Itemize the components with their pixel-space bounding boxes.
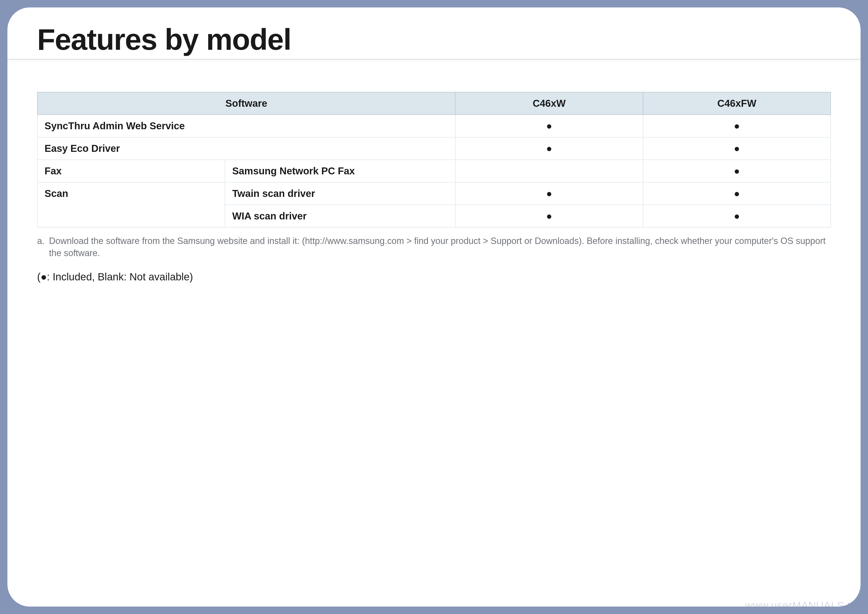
header-software: Software xyxy=(37,92,455,115)
feature-mark-c46xw: ● xyxy=(455,115,643,137)
table-row: Fax Samsung Network PC Fax ● xyxy=(37,160,831,182)
feature-name: SyncThru Admin Web Service xyxy=(37,115,455,137)
table-row: Easy Eco Driver ● ● xyxy=(37,137,831,160)
feature-category: Scan xyxy=(37,182,225,227)
table-header-row: Software C46xW C46xFW xyxy=(37,92,831,115)
footnote-marker: a. xyxy=(37,235,49,247)
feature-name: WIA scan driver xyxy=(225,205,455,227)
page-title: Features by model xyxy=(37,22,831,59)
title-divider xyxy=(8,59,860,60)
feature-mark-c46xw: ● xyxy=(455,137,643,160)
features-table: Software C46xW C46xFW SyncThru Admin Web… xyxy=(37,92,831,228)
feature-mark-c46xfw: ● xyxy=(643,205,831,227)
page-content: Features by model Software C46xW C46xFW … xyxy=(8,8,860,298)
page-frame: Features by model Software C46xW C46xFW … xyxy=(8,8,860,606)
feature-mark-c46xfw: ● xyxy=(643,160,831,182)
feature-mark-c46xw: ● xyxy=(455,205,643,227)
feature-category: Fax xyxy=(37,160,225,182)
feature-mark-c46xfw: ● xyxy=(643,182,831,205)
watermark: www.userMANUALS.tech xyxy=(745,600,868,611)
header-model-c46xw: C46xW xyxy=(455,92,643,115)
feature-mark-c46xw: ● xyxy=(455,182,643,205)
feature-mark-c46xfw: ● xyxy=(643,115,831,137)
legend: (●: Included, Blank: Not available) xyxy=(37,271,831,283)
feature-mark-c46xfw: ● xyxy=(643,137,831,160)
feature-name: Easy Eco Driver xyxy=(37,137,455,160)
feature-name: Samsung Network PC Fax xyxy=(225,160,455,182)
feature-name: Twain scan driver xyxy=(225,182,455,205)
footnote: a.Download the software from the Samsung… xyxy=(37,235,831,259)
header-model-c46xfw: C46xFW xyxy=(643,92,831,115)
table-row: SyncThru Admin Web Service ● ● xyxy=(37,115,831,137)
feature-mark-c46xw xyxy=(455,160,643,182)
footnote-text: Download the software from the Samsung w… xyxy=(49,236,825,258)
table-row: Scan Twain scan driver ● ● xyxy=(37,182,831,205)
